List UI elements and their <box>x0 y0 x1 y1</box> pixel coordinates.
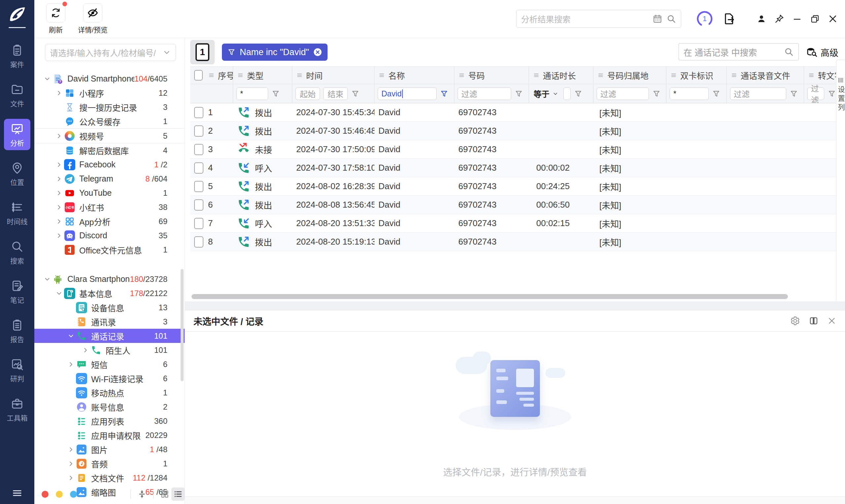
tree-item--[interactable]: 陌生人 101 <box>34 343 184 357</box>
tree-item-Office-[interactable]: Office文件元信息 1 <box>34 242 184 257</box>
nav-item-location[interactable]: 位置 <box>4 158 30 190</box>
filter-input[interactable]: 过滤 <box>807 88 824 100</box>
holder-filter-combobox[interactable]: 请选择/输入持有人/检材编号/ <box>45 44 176 61</box>
tree-item--[interactable]: 文档文件 112 /1284 <box>34 471 184 485</box>
table-row[interactable]: 2 拨出 2024-07-30 15:46:48 David 69702743 … <box>190 122 837 140</box>
tree-item--[interactable]: 应用申请权限 20229 <box>34 428 184 442</box>
row-checkbox[interactable] <box>194 236 204 248</box>
tree-item--[interactable]: 公众号缓存 1 <box>34 114 184 129</box>
chevron-down-icon[interactable] <box>66 332 76 340</box>
column-header-7[interactable]: 号码归属地 <box>593 67 666 84</box>
column-header-4[interactable]: 名称 <box>374 67 454 84</box>
chevron-down-icon[interactable] <box>42 275 52 283</box>
column-menu-icon[interactable] <box>458 72 465 78</box>
filter-input[interactable]: 过滤 <box>730 88 786 100</box>
advanced-search-button[interactable]: 高级 <box>806 46 839 59</box>
chevron-right-icon[interactable] <box>66 460 76 467</box>
collapse-all-button[interactable] <box>135 487 148 501</box>
filter-input[interactable]: 过滤 <box>597 88 649 100</box>
export-report-button[interactable] <box>722 12 735 25</box>
column-header-1[interactable]: 序号 <box>190 67 233 84</box>
nav-item-report[interactable]: 报告 <box>4 315 30 346</box>
grid-view-button[interactable] <box>158 487 171 501</box>
filter-funnel-icon[interactable] <box>790 89 798 98</box>
row-checkbox[interactable] <box>194 125 204 137</box>
table-row[interactable]: 6 拨出 2024-08-08 13:56:45 David 69702743 … <box>190 196 837 214</box>
duration-operator-select[interactable]: 等于 <box>532 88 560 100</box>
search-icon[interactable] <box>784 47 794 57</box>
close-icon[interactable] <box>828 14 838 24</box>
column-header-8[interactable]: 双卡标识 <box>666 67 727 84</box>
chevron-down-icon[interactable] <box>42 75 52 83</box>
column-menu-icon[interactable] <box>379 72 385 78</box>
preview-toggle-button[interactable]: 详情/预览 <box>78 3 108 34</box>
row-checkbox[interactable] <box>194 199 204 211</box>
nav-item-search[interactable]: 搜索 <box>4 237 30 268</box>
nav-menu-button[interactable] <box>0 487 34 499</box>
column-menu-icon[interactable] <box>296 72 303 78</box>
sidebar-scrollbar[interactable] <box>181 269 183 381</box>
filter-funnel-icon[interactable] <box>652 89 661 98</box>
tree-item--[interactable]: 账号信息 2 <box>34 400 184 414</box>
select-all-checkbox[interactable] <box>194 70 203 80</box>
tree-item-David-Smartphone-1-[interactable]: ? David Smartphone 1.... 104/6405 <box>34 72 184 86</box>
tree-item--[interactable]: 移动热点 1 <box>34 385 184 400</box>
nav-item-judge[interactable]: 研判 <box>4 355 30 386</box>
tree-item--[interactable]: 设备信息 13 <box>34 300 184 314</box>
column-header-6[interactable]: 通话时长 <box>529 67 593 84</box>
active-filter-chip[interactable]: Name inc "David" <box>222 43 328 61</box>
table-row[interactable]: 8 拨出 2024-08-20 15:19:13 David 69702743 … <box>190 233 837 251</box>
refresh-button[interactable]: 刷新 <box>46 3 65 34</box>
task-progress-ring[interactable]: 1 <box>696 10 714 28</box>
column-menu-icon[interactable] <box>808 72 815 78</box>
tree-item--[interactable]: 短信 6 <box>34 357 184 371</box>
filter-start-input[interactable]: 起始 <box>296 88 320 100</box>
tree-item-Telegram[interactable]: Telegram 8 /604 <box>34 172 184 186</box>
tree-item--[interactable]: 应用列表 360 <box>34 414 184 428</box>
table-row[interactable]: 1 拨出 2024-07-30 15:45:34 David 69702743 … <box>190 103 837 122</box>
row-checkbox[interactable] <box>194 218 204 229</box>
tree-item-Wi-Fi-[interactable]: Wi-Fi连接记录 6 <box>34 371 184 385</box>
tree-item-Discord[interactable]: Discord 35 <box>34 229 184 242</box>
nav-item-analysis[interactable]: 分析 <box>4 119 30 150</box>
column-settings-strip[interactable]: 设置列 <box>836 60 845 302</box>
row-checkbox[interactable] <box>194 107 204 118</box>
chevron-right-icon[interactable] <box>66 361 76 368</box>
list-view-button[interactable] <box>171 487 184 501</box>
column-header-5[interactable]: 号码 <box>454 67 529 84</box>
tag-dot-red[interactable] <box>41 491 49 498</box>
filter-funnel-icon[interactable] <box>574 89 582 98</box>
filter-input[interactable]: 过滤 <box>458 88 511 100</box>
nav-item-files[interactable]: 文件 <box>4 79 30 111</box>
tree-item--[interactable]: i 基本信息 178/22122 <box>34 286 184 300</box>
filter-input[interactable] <box>563 88 570 100</box>
row-checkbox[interactable] <box>194 181 204 192</box>
tag-dot-yellow[interactable] <box>56 491 63 498</box>
chevron-right-icon[interactable] <box>54 218 64 225</box>
chevron-right-icon[interactable] <box>81 346 90 354</box>
tree-item-Clara-Smartphone-[interactable]: Clara Smartphone.... 180/23728 <box>34 272 184 286</box>
table-row[interactable]: 7 呼入 2024-08-20 13:51:33 David 69702743 … <box>190 214 837 233</box>
tree-item--[interactable]: 搜一搜历史记录 3 <box>34 100 184 114</box>
chevron-right-icon[interactable] <box>54 89 64 97</box>
tree-item--[interactable]: 小红书 小红书 38 <box>34 200 184 214</box>
nav-item-timeline[interactable]: 时间线 <box>4 197 30 229</box>
table-row[interactable]: 3 未接 2024-07-30 17:50:09 David 69702743 … <box>190 140 837 159</box>
filter-funnel-icon[interactable] <box>514 89 523 98</box>
pin-icon[interactable] <box>774 14 784 24</box>
panel-layout-toggle-button[interactable] <box>809 316 818 326</box>
chevron-right-icon[interactable] <box>66 474 76 482</box>
nav-item-notes[interactable]: 笔记 <box>4 276 30 307</box>
filter-funnel-icon[interactable] <box>712 89 721 98</box>
nav-item-toolbox[interactable]: 工具箱 <box>4 394 30 425</box>
chevron-right-icon[interactable] <box>54 132 64 140</box>
chevron-right-icon[interactable] <box>54 232 64 239</box>
panel-settings-button[interactable] <box>790 316 800 326</box>
calendar-icon[interactable] <box>652 14 663 24</box>
tree-item--[interactable]: 通讯录 3 <box>34 314 184 329</box>
minimize-icon[interactable] <box>792 14 802 24</box>
tag-dot-blue[interactable] <box>70 491 77 498</box>
column-header-10[interactable]: 转文字 <box>804 67 837 84</box>
tree-item--[interactable]: 视频号 5 <box>34 129 184 143</box>
chevron-right-icon[interactable] <box>54 175 64 182</box>
